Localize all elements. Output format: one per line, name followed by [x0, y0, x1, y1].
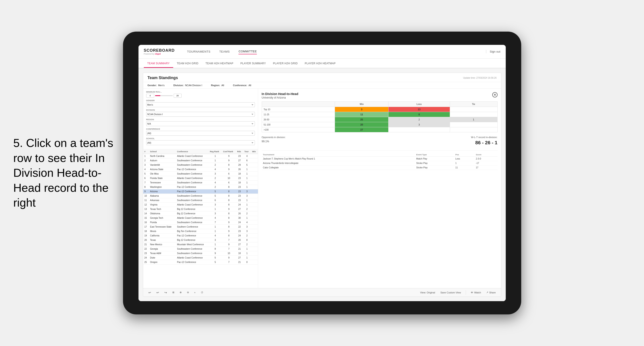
cell-conference: Big 12 Conference [176, 238, 208, 242]
cell-reg-rank: 2 [208, 176, 222, 180]
table-row[interactable]: 3 Vanderbilt Southeastern Conference 2 8… [143, 163, 258, 167]
cell-rds: 23 [236, 189, 243, 194]
table-row[interactable]: 25 Oregon Pac-12 Conference 5 7 21 0 [143, 260, 258, 264]
table-row[interactable]: 21 New Mexico Mountain West Conference 1… [143, 242, 258, 247]
region-select[interactable]: N/A All [146, 121, 255, 126]
cell-win [251, 194, 258, 198]
clock-button[interactable]: ⏱ [199, 291, 205, 295]
table-row[interactable]: 19 California Pac-12 Conference 4 8 24 2 [143, 234, 258, 238]
tournament-row: Cabo Collegiate Stroke Play 11 17 [262, 166, 498, 170]
table-row[interactable]: 17 East Tennessee State Southern Confere… [143, 225, 258, 229]
min-rounds-max-input[interactable] [174, 94, 182, 98]
cell-rds: 18 [236, 251, 243, 256]
school-filter-group: School (All) [146, 138, 255, 145]
undo-button[interactable]: ↩ [147, 290, 153, 295]
redo-button[interactable]: ↪ [162, 290, 169, 295]
min-rounds-slider[interactable] [155, 95, 173, 96]
table-row[interactable]: 5 Ole Miss Southeastern Conference 3 6 1… [143, 172, 258, 176]
cell-school: New Mexico [149, 242, 176, 247]
cell-tour: 3 [243, 225, 251, 229]
cell-rank: 25 [143, 260, 149, 264]
division-select[interactable]: NCAA Division I NCAA Division II NCAA Di… [146, 112, 255, 117]
cell-rds: 23 [236, 154, 243, 159]
save-custom-button[interactable]: Save Custom View [439, 291, 463, 295]
undo2-button[interactable]: ↩ [155, 290, 161, 295]
tournament-type: Stroke Play [415, 166, 454, 170]
table-row[interactable]: 7 Tennessee Southeastern Conference 4 6 … [143, 180, 258, 185]
table-row[interactable]: 10 Alabama Southeastern Conference 5 8 2… [143, 194, 258, 198]
h2h-win: 27 [335, 127, 388, 132]
table-row[interactable]: 23 Texas A&M Southeastern Conference 9 1… [143, 251, 258, 256]
cell-rds: 26 [236, 211, 243, 216]
cell-conf-rank: 8 [222, 203, 236, 207]
table-row[interactable]: 4 Arizona State Pac-12 Conference 4 9 26… [143, 167, 258, 172]
sub-nav-team-h2h-grid[interactable]: TEAM H2H GRID [173, 60, 202, 68]
cell-rds: 27 [236, 242, 243, 247]
sub-nav-team-h2h-heatmap[interactable]: TEAM H2H HEATMAP [202, 60, 237, 68]
cell-tour: 1 [243, 176, 251, 180]
minus-button[interactable]: ⊖ [185, 290, 191, 295]
table-row[interactable]: 13 Texas Tech Big 12 Conference 1 9 27 2 [143, 207, 258, 211]
h2h-col-loss: Loss [388, 102, 450, 107]
wlt-label: W-L-T record in-division: [471, 136, 497, 139]
nav-committee[interactable]: COMMITTEE [238, 49, 257, 54]
table-row[interactable]: 1 North Carolina Atlantic Coast Conferen… [143, 154, 258, 159]
cell-conf-rank: 8 [222, 225, 236, 229]
nav-tournaments[interactable]: TOURNAMENTS [187, 49, 210, 54]
region-filter-display: Region: All [211, 84, 224, 87]
cell-conference: Atlantic Coast Conference [176, 176, 208, 180]
sign-out-button[interactable]: Sign out [486, 50, 500, 53]
table-row[interactable]: 14 Oklahoma Big 12 Conference 3 8 26 2 [143, 211, 258, 216]
h2h-row: Top 10 3 13 [262, 107, 497, 112]
cell-rank: 22 [143, 247, 149, 251]
table-row[interactable]: 8 Washington Pac-12 Conference 2 8 23 1 [143, 185, 258, 189]
table-row[interactable]: 15 Georgia Tech Atlantic Coast Conferenc… [143, 216, 258, 220]
sub-nav-team-summary[interactable]: TEAM SUMMARY [144, 60, 173, 68]
gender-select[interactable]: Men's Women's [146, 102, 255, 107]
h2h-col-win: Win [335, 102, 388, 107]
plus-button[interactable]: + [192, 291, 197, 295]
table-row[interactable]: 24 Duke Atlantic Coast Conference 5 9 27… [143, 256, 258, 260]
update-time: Update time: 27/03/2024 16:56:26 [463, 77, 496, 79]
sub-nav-player-h2h-grid[interactable]: PLAYER H2H GRID [270, 60, 301, 68]
col-rank: # [143, 149, 149, 154]
table-row[interactable]: 11 Arkansas Southeastern Conference 6 8 … [143, 198, 258, 203]
min-rounds-min-input[interactable] [146, 94, 154, 98]
share-button[interactable]: ↗ Share [484, 290, 497, 295]
right-panel: In Division Head-to-Head University of A… [258, 89, 501, 288]
dashboard-title-area: Team Standings [148, 76, 178, 80]
tournament-pos: 11 [454, 166, 474, 170]
close-h2h-button[interactable]: ✕ [492, 92, 498, 97]
table-row[interactable]: 12 Virginia Atlantic Coast Conference 3 … [143, 203, 258, 207]
cell-tour: 1 [243, 247, 251, 251]
annotation-text: 5. Click on a team's row to see their In… [13, 136, 128, 210]
cell-reg-rank: 2 [208, 163, 222, 167]
cell-school: Florida State [149, 176, 176, 180]
table-row[interactable]: 2 Auburn Southeastern Conference 1 9 27 … [143, 159, 258, 163]
cell-win [251, 185, 258, 189]
division-filter-display: Division: NCAA Division I [174, 84, 202, 87]
sub-nav-player-summary[interactable]: PLAYER SUMMARY [237, 60, 270, 68]
nav-teams[interactable]: TEAMS [219, 49, 230, 54]
table-row[interactable]: 22 Georgia Southeastern Conference 8 7 2… [143, 247, 258, 251]
table-row[interactable]: 9 Arizona Pac-12 Conference 5 8 23 3 [143, 189, 258, 194]
conference-select[interactable]: (All) [146, 131, 255, 136]
table-row[interactable]: 18 Illinois Big Ten Conference 1 9 23 3 [143, 229, 258, 234]
crop-button[interactable]: ⊞ [170, 290, 176, 295]
school-select[interactable]: (All) [146, 140, 255, 145]
table-row[interactable]: 6 Florida State Atlantic Coast Conferenc… [143, 176, 258, 180]
sub-nav-player-h2h-heatmap[interactable]: PLAYER H2H HEATMAP [301, 60, 339, 68]
cell-tour: 5 [243, 163, 251, 167]
h2h-range: 26-50 [262, 117, 335, 122]
view-original-button[interactable]: View: Original [418, 291, 437, 295]
division-filter-group: Division NCAA Division I NCAA Division I… [146, 109, 255, 117]
cell-reg-rank: 1 [208, 229, 222, 234]
table-row[interactable]: 20 Texas Big 12 Conference 3 7 20 0 [143, 238, 258, 242]
table-row[interactable]: 16 Florida Southeastern Conference 7 9 2… [143, 220, 258, 225]
col-tour: Tour [243, 149, 251, 154]
share-label: Share [489, 291, 496, 294]
tournament-name: Arizona Thunderbirds Intercollegiate [262, 161, 415, 166]
watch-button[interactable]: 👁 Watch [469, 291, 483, 295]
min-rounds-range [146, 94, 255, 98]
zoom-button[interactable]: ⊕ [178, 290, 184, 295]
